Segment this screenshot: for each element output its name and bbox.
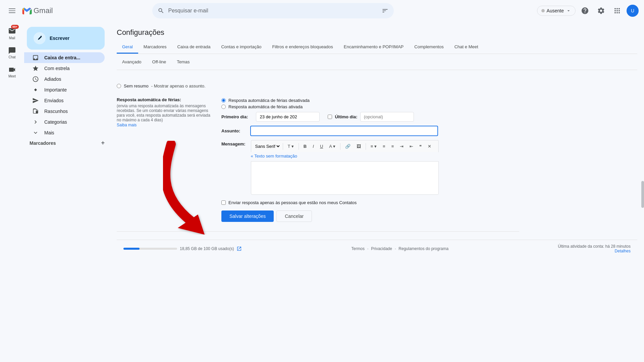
privacy-link[interactable]: Privacidade bbox=[371, 246, 392, 251]
tab-caixa[interactable]: Caixa de entrada bbox=[172, 41, 216, 54]
cancel-button[interactable]: Cancelar bbox=[276, 210, 312, 222]
mail-badge: 99+ bbox=[11, 25, 19, 29]
sub-tab-avancado[interactable]: Avançado bbox=[117, 57, 147, 67]
underline-btn[interactable]: U bbox=[317, 142, 326, 150]
message-row: Mensagem: Sans Serif T ▾ B I bbox=[221, 140, 519, 195]
storage-fill bbox=[123, 248, 140, 250]
storage-track bbox=[123, 248, 177, 250]
contacts-only-checkbox[interactable] bbox=[221, 200, 226, 205]
subject-input[interactable] bbox=[250, 126, 438, 136]
nav-mail[interactable]: 99+ Mail bbox=[0, 24, 24, 43]
vacation-on-label: Resposta automática de férias ativada bbox=[228, 104, 303, 109]
nav-meet[interactable]: Meet bbox=[0, 63, 24, 81]
add-label-button[interactable]: + bbox=[101, 139, 105, 146]
page-title: Configurações bbox=[117, 21, 637, 41]
inbox-icon bbox=[32, 54, 39, 61]
sidebar-item-important[interactable]: Importante bbox=[24, 84, 105, 95]
sidebar-item-inbox-label: Caixa de entra... bbox=[44, 55, 80, 60]
outdent-btn[interactable]: ⇤ bbox=[407, 142, 416, 150]
toolbar-sep-4 bbox=[366, 143, 366, 150]
save-button[interactable]: Salvar alterações bbox=[221, 210, 274, 222]
terms-link[interactable]: Termos bbox=[352, 246, 365, 251]
expand-icon bbox=[32, 119, 39, 125]
italic-btn[interactable]: I bbox=[310, 142, 317, 150]
vacation-on-radio[interactable] bbox=[221, 105, 226, 109]
link-btn[interactable]: 🔗 bbox=[342, 142, 353, 150]
search-input[interactable] bbox=[168, 8, 378, 14]
left-icon-nav: 99+ Mail Chat Meet bbox=[0, 21, 24, 362]
tab-encaminhamento[interactable]: Encaminhamento e POP/IMAP bbox=[338, 41, 409, 54]
compose-button[interactable]: Escrever bbox=[27, 27, 105, 50]
unordered-list-btn[interactable]: ≡ bbox=[389, 142, 397, 150]
tab-chat[interactable]: Chat e Meet bbox=[449, 41, 484, 54]
tab-complementos[interactable]: Complementos bbox=[409, 41, 449, 54]
font-family-select[interactable]: Sans Serif bbox=[254, 143, 281, 149]
sidebar-item-sent[interactable]: Enviados bbox=[24, 95, 105, 106]
message-label: Mensagem: bbox=[221, 140, 246, 146]
message-editor-wrapper: Sans Serif T ▾ B I U A ▾ 🔗 bbox=[251, 140, 439, 195]
filter-icon[interactable] bbox=[382, 7, 388, 14]
sidebar-item-starred[interactable]: Com estrela bbox=[24, 63, 105, 74]
font-size-btn[interactable]: T ▾ bbox=[285, 142, 297, 150]
details-link[interactable]: Detalhes bbox=[615, 249, 631, 253]
toolbar-sep-3 bbox=[340, 143, 340, 150]
sidebar-item-drafts[interactable]: Rascunhos bbox=[24, 106, 105, 117]
sub-tab-offline[interactable]: Off-line bbox=[147, 57, 172, 67]
quote-btn[interactable]: ❝ bbox=[417, 142, 424, 150]
labels-heading-row: Marcadores + bbox=[24, 138, 110, 148]
tab-geral[interactable]: Geral bbox=[117, 41, 138, 54]
contacts-only-label: Enviar resposta apenas às pessoas que es… bbox=[228, 200, 357, 205]
sidebar-item-snoozed[interactable]: Adiados bbox=[24, 74, 105, 84]
sidebar-item-inbox[interactable]: Caixa de entra... bbox=[24, 52, 105, 63]
vacation-options: Resposta automática de férias desativada… bbox=[221, 97, 519, 227]
svg-rect-2 bbox=[9, 12, 15, 13]
bold-btn[interactable]: B bbox=[301, 142, 309, 150]
scrollbar-thumb[interactable] bbox=[641, 181, 644, 208]
sub-tab-temas[interactable]: Temas bbox=[171, 57, 195, 67]
status-dot bbox=[541, 9, 545, 12]
settings-button[interactable] bbox=[594, 4, 608, 17]
align-btn[interactable]: ≡ ▾ bbox=[368, 142, 379, 150]
plain-text-link[interactable]: « Texto sem formatação bbox=[251, 152, 439, 161]
menu-button[interactable] bbox=[5, 4, 19, 17]
ordered-list-btn[interactable]: ≡ bbox=[380, 142, 388, 150]
nav-chat[interactable]: Chat bbox=[0, 44, 24, 62]
search-bar[interactable] bbox=[152, 3, 394, 18]
help-button[interactable] bbox=[578, 4, 592, 17]
mail-icon-wrapper: 99+ bbox=[8, 27, 16, 36]
svg-rect-0 bbox=[9, 8, 15, 9]
last-day-input[interactable] bbox=[360, 112, 414, 122]
sem-resumo-radio[interactable] bbox=[117, 84, 121, 88]
tab-contas[interactable]: Contas e importação bbox=[216, 41, 267, 54]
sidebar-item-more-label: Mais bbox=[44, 130, 54, 135]
indent-btn[interactable]: ⇥ bbox=[397, 142, 406, 150]
external-link-icon[interactable] bbox=[236, 246, 242, 251]
tab-marcadores[interactable]: Marcadores bbox=[138, 41, 172, 54]
sidebar-item-snoozed-label: Adiados bbox=[44, 76, 61, 82]
apps-button[interactable] bbox=[610, 4, 624, 17]
toolbar-sep-1 bbox=[283, 143, 283, 150]
vacation-off-radio[interactable] bbox=[221, 98, 226, 103]
image-btn[interactable]: 🖼 bbox=[354, 142, 364, 150]
action-buttons: Salvar alterações Cancelar bbox=[221, 210, 519, 222]
compose-label: Escrever bbox=[50, 36, 69, 41]
last-day-label: Último dia: bbox=[335, 114, 357, 119]
first-day-input[interactable] bbox=[256, 112, 320, 122]
last-day-checkbox[interactable] bbox=[328, 115, 332, 119]
message-editor[interactable] bbox=[251, 161, 439, 195]
gmail-text: Gmail bbox=[34, 6, 53, 15]
settings-tabs: Geral Marcadores Caixa de entrada Contas… bbox=[117, 41, 637, 54]
chevron-down-icon bbox=[566, 8, 571, 13]
font-color-btn[interactable]: A ▾ bbox=[326, 142, 338, 150]
compose-icon bbox=[34, 32, 46, 44]
tab-filtros[interactable]: Filtros e endereços bloqueados bbox=[267, 41, 338, 54]
avatar[interactable]: U bbox=[627, 5, 639, 17]
vacation-label: Resposta automática de férias: (envia um… bbox=[117, 97, 211, 127]
sidebar-item-more[interactable]: Mais bbox=[24, 127, 105, 138]
remove-format-btn[interactable]: ✕ bbox=[425, 142, 434, 150]
learn-more-link[interactable]: Saiba mais bbox=[117, 123, 137, 127]
sidebar-item-drafts-label: Rascunhos bbox=[44, 109, 68, 114]
sidebar-item-categories[interactable]: Categorias bbox=[24, 117, 105, 127]
program-rules-link[interactable]: Regulamentos do programa bbox=[398, 246, 448, 251]
status-button[interactable]: Ausente bbox=[537, 6, 576, 16]
